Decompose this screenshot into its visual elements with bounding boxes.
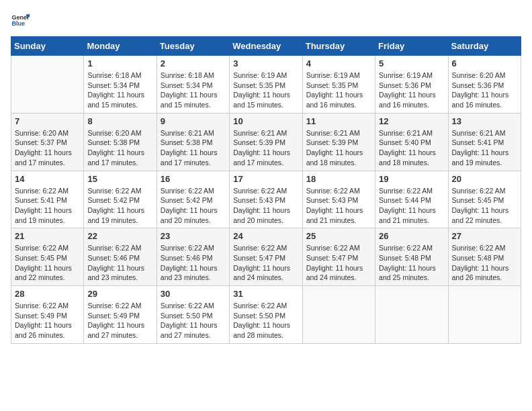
calendar-cell: 20Sunrise: 6:22 AMSunset: 5:45 PMDayligh…	[448, 171, 521, 228]
day-number: 6	[452, 58, 517, 68]
header: General Blue	[11, 11, 521, 30]
calendar-cell: 19Sunrise: 6:22 AMSunset: 5:44 PMDayligh…	[375, 171, 448, 228]
calendar-cell: 23Sunrise: 6:22 AMSunset: 5:46 PMDayligh…	[157, 228, 229, 286]
calendar-cell: 5Sunrise: 6:19 AMSunset: 5:36 PMDaylight…	[375, 56, 448, 113]
day-info: Sunrise: 6:22 AMSunset: 5:46 PMDaylight:…	[161, 243, 226, 283]
calendar-cell: 15Sunrise: 6:22 AMSunset: 5:42 PMDayligh…	[84, 171, 157, 228]
day-number: 30	[161, 289, 226, 299]
calendar-cell: 9Sunrise: 6:21 AMSunset: 5:38 PMDaylight…	[157, 113, 229, 171]
day-number: 2	[161, 58, 226, 68]
day-info: Sunrise: 6:21 AMSunset: 5:41 PMDaylight:…	[452, 128, 517, 168]
day-number: 12	[379, 116, 444, 126]
calendar-cell: 16Sunrise: 6:22 AMSunset: 5:42 PMDayligh…	[157, 171, 229, 228]
day-info: Sunrise: 6:22 AMSunset: 5:49 PMDaylight:…	[87, 301, 152, 340]
day-info: Sunrise: 6:22 AMSunset: 5:42 PMDaylight:…	[161, 186, 226, 226]
day-info: Sunrise: 6:18 AMSunset: 5:34 PMDaylight:…	[87, 71, 152, 110]
day-number: 28	[15, 289, 80, 299]
calendar-header: SundayMondayTuesdayWednesdayThursdayFrid…	[11, 37, 521, 56]
day-info: Sunrise: 6:20 AMSunset: 5:38 PMDaylight:…	[87, 128, 152, 168]
day-number: 4	[306, 58, 371, 68]
calendar-cell: 3Sunrise: 6:19 AMSunset: 5:35 PMDaylight…	[230, 56, 302, 113]
calendar-cell	[375, 286, 448, 344]
day-info: Sunrise: 6:22 AMSunset: 5:50 PMDaylight:…	[161, 301, 226, 340]
calendar-cell: 8Sunrise: 6:20 AMSunset: 5:38 PMDaylight…	[84, 113, 157, 171]
day-info: Sunrise: 6:22 AMSunset: 5:47 PMDaylight:…	[306, 243, 371, 283]
calendar-cell: 27Sunrise: 6:22 AMSunset: 5:48 PMDayligh…	[448, 228, 521, 286]
day-number: 13	[452, 116, 517, 126]
calendar-cell: 14Sunrise: 6:22 AMSunset: 5:41 PMDayligh…	[11, 171, 84, 228]
day-header-monday: Monday	[84, 37, 157, 56]
day-info: Sunrise: 6:18 AMSunset: 5:34 PMDaylight:…	[161, 71, 226, 110]
day-number: 26	[379, 231, 444, 241]
day-header-sunday: Sunday	[11, 37, 84, 56]
day-info: Sunrise: 6:22 AMSunset: 5:49 PMDaylight:…	[15, 301, 80, 340]
calendar-cell: 10Sunrise: 6:21 AMSunset: 5:39 PMDayligh…	[230, 113, 302, 171]
day-info: Sunrise: 6:22 AMSunset: 5:43 PMDaylight:…	[233, 186, 298, 226]
day-number: 24	[233, 231, 298, 241]
calendar-cell	[302, 286, 375, 344]
day-number: 3	[233, 58, 298, 68]
svg-text:Blue: Blue	[11, 20, 25, 27]
calendar-table: SundayMondayTuesdayWednesdayThursdayFrid…	[11, 36, 521, 344]
day-info: Sunrise: 6:22 AMSunset: 5:42 PMDaylight:…	[87, 186, 152, 226]
day-number: 23	[161, 231, 226, 241]
day-number: 22	[87, 231, 152, 241]
day-number: 17	[233, 174, 298, 184]
calendar-cell: 31Sunrise: 6:22 AMSunset: 5:50 PMDayligh…	[230, 286, 302, 344]
day-info: Sunrise: 6:19 AMSunset: 5:36 PMDaylight:…	[379, 71, 444, 110]
day-info: Sunrise: 6:22 AMSunset: 5:48 PMDaylight:…	[379, 243, 444, 283]
day-info: Sunrise: 6:22 AMSunset: 5:41 PMDaylight:…	[15, 186, 80, 226]
calendar-cell	[11, 56, 84, 113]
day-info: Sunrise: 6:22 AMSunset: 5:43 PMDaylight:…	[306, 186, 371, 226]
day-number: 8	[87, 116, 152, 126]
day-number: 27	[452, 231, 517, 241]
day-number: 10	[233, 116, 298, 126]
logo: General Blue	[11, 11, 30, 30]
day-number: 29	[87, 289, 152, 299]
day-number: 20	[452, 174, 517, 184]
calendar-cell: 18Sunrise: 6:22 AMSunset: 5:43 PMDayligh…	[302, 171, 375, 228]
day-number: 7	[15, 116, 80, 126]
calendar-cell: 7Sunrise: 6:20 AMSunset: 5:37 PMDaylight…	[11, 113, 84, 171]
day-info: Sunrise: 6:22 AMSunset: 5:48 PMDaylight:…	[452, 243, 517, 283]
day-number: 16	[161, 174, 226, 184]
day-info: Sunrise: 6:19 AMSunset: 5:35 PMDaylight:…	[306, 71, 371, 110]
day-info: Sunrise: 6:22 AMSunset: 5:45 PMDaylight:…	[15, 243, 80, 283]
day-number: 21	[15, 231, 80, 241]
calendar-cell: 11Sunrise: 6:21 AMSunset: 5:39 PMDayligh…	[302, 113, 375, 171]
calendar-cell: 6Sunrise: 6:20 AMSunset: 5:36 PMDaylight…	[448, 56, 521, 113]
day-info: Sunrise: 6:20 AMSunset: 5:36 PMDaylight:…	[452, 71, 517, 110]
day-header-thursday: Thursday	[302, 37, 375, 56]
day-number: 5	[379, 58, 444, 68]
day-number: 19	[379, 174, 444, 184]
day-info: Sunrise: 6:21 AMSunset: 5:38 PMDaylight:…	[161, 128, 226, 168]
day-number: 31	[233, 289, 298, 299]
day-info: Sunrise: 6:22 AMSunset: 5:46 PMDaylight:…	[87, 243, 152, 283]
day-header-tuesday: Tuesday	[157, 37, 229, 56]
calendar-cell: 2Sunrise: 6:18 AMSunset: 5:34 PMDaylight…	[157, 56, 229, 113]
day-header-saturday: Saturday	[448, 37, 521, 56]
calendar-cell: 4Sunrise: 6:19 AMSunset: 5:35 PMDaylight…	[302, 56, 375, 113]
day-header-friday: Friday	[375, 37, 448, 56]
day-info: Sunrise: 6:21 AMSunset: 5:39 PMDaylight:…	[233, 128, 298, 168]
day-info: Sunrise: 6:22 AMSunset: 5:50 PMDaylight:…	[233, 301, 298, 340]
calendar-cell: 25Sunrise: 6:22 AMSunset: 5:47 PMDayligh…	[302, 228, 375, 286]
day-number: 14	[15, 174, 80, 184]
calendar-cell: 13Sunrise: 6:21 AMSunset: 5:41 PMDayligh…	[448, 113, 521, 171]
day-number: 15	[87, 174, 152, 184]
calendar-cell: 26Sunrise: 6:22 AMSunset: 5:48 PMDayligh…	[375, 228, 448, 286]
logo-icon: General Blue	[11, 11, 30, 30]
day-info: Sunrise: 6:20 AMSunset: 5:37 PMDaylight:…	[15, 128, 80, 168]
calendar-cell: 12Sunrise: 6:21 AMSunset: 5:40 PMDayligh…	[375, 113, 448, 171]
calendar-cell: 29Sunrise: 6:22 AMSunset: 5:49 PMDayligh…	[84, 286, 157, 344]
day-header-wednesday: Wednesday	[230, 37, 302, 56]
calendar-cell: 28Sunrise: 6:22 AMSunset: 5:49 PMDayligh…	[11, 286, 84, 344]
calendar-cell: 22Sunrise: 6:22 AMSunset: 5:46 PMDayligh…	[84, 228, 157, 286]
day-number: 25	[306, 231, 371, 241]
calendar-cell: 1Sunrise: 6:18 AMSunset: 5:34 PMDaylight…	[84, 56, 157, 113]
day-number: 11	[306, 116, 371, 126]
day-info: Sunrise: 6:22 AMSunset: 5:45 PMDaylight:…	[452, 186, 517, 226]
calendar-cell: 21Sunrise: 6:22 AMSunset: 5:45 PMDayligh…	[11, 228, 84, 286]
day-number: 9	[161, 116, 226, 126]
day-number: 1	[87, 58, 152, 68]
